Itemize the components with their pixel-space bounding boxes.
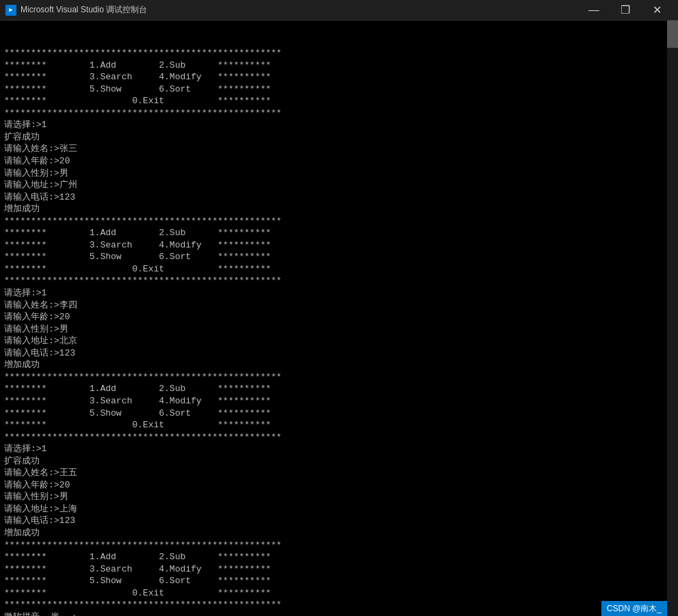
- console-line: 请输入电话:>123: [4, 515, 663, 527]
- console-line: 请输入地址:>广州: [4, 179, 663, 191]
- minimize-button[interactable]: —: [578, 0, 610, 21]
- console-line: 请输入年龄:>20: [4, 311, 663, 323]
- console-line: 请输入年龄:>20: [4, 479, 663, 492]
- console-line: 扩容成功: [4, 131, 663, 144]
- console-line: 请选择:>1: [4, 443, 663, 455]
- console-line: 请输入地址:>北京: [4, 335, 663, 347]
- status-bar: CSDN @南木_: [601, 601, 667, 616]
- restore-button[interactable]: ❐: [610, 0, 641, 21]
- console-line: ****************************************…: [4, 371, 663, 384]
- console-line: 请输入地址:>上海: [4, 503, 663, 515]
- console-content: ****************************************…: [4, 47, 663, 616]
- console-line: ******** 3.Search 4.Modify **********: [4, 71, 663, 83]
- console-line: ****************************************…: [4, 539, 663, 552]
- console-line: ****************************************…: [4, 275, 663, 287]
- console-line: 请输入年龄:>20: [4, 155, 663, 168]
- console-line: ******** 1.Add 2.Sub **********: [4, 551, 663, 563]
- console-line: 请输入姓名:>李四: [4, 299, 663, 312]
- console-line: ******** 0.Exit **********: [4, 419, 663, 431]
- console-line: ******** 3.Search 4.Modify **********: [4, 395, 663, 407]
- console-line: 增加成功: [4, 527, 663, 539]
- console-line: ******** 3.Search 4.Modify **********: [4, 563, 663, 576]
- console-line: 请输入性别:>男: [4, 323, 663, 336]
- console-line: ******** 3.Search 4.Modify **********: [4, 239, 663, 252]
- console-line: ****************************************…: [4, 599, 663, 611]
- title-bar-left: ▶ Microsoft Visual Studio 调试控制台: [5, 4, 147, 16]
- console-line: 请输入电话:>123: [4, 347, 663, 360]
- console-line: 请输入性别:>男: [4, 491, 663, 503]
- console-line: ******** 0.Exit **********: [4, 587, 663, 600]
- scrollbar[interactable]: [667, 21, 678, 616]
- console-line: ******** 5.Show 6.Sort **********: [4, 83, 663, 96]
- console-line: ******** 5.Show 6.Sort **********: [4, 407, 663, 420]
- console-line: 请输入姓名:>张三: [4, 143, 663, 155]
- console-line: ****************************************…: [4, 215, 663, 228]
- console-line: ******** 0.Exit **********: [4, 95, 663, 107]
- console-line: ******** 5.Show 6.Sort **********: [4, 575, 663, 587]
- console-line: 增加成功: [4, 359, 663, 371]
- console-line: ****************************************…: [4, 107, 663, 120]
- console-line: 微软拼音 半 ：: [4, 611, 663, 616]
- console-line: 请选择:>1: [4, 287, 663, 299]
- console-line: 请选择:>1: [4, 119, 663, 131]
- close-button[interactable]: ✕: [641, 0, 673, 21]
- console-line: ****************************************…: [4, 431, 663, 444]
- title-bar: ▶ Microsoft Visual Studio 调试控制台 — ❐ ✕: [0, 0, 678, 21]
- console-line: 请输入性别:>男: [4, 168, 663, 180]
- console-line: 请输入姓名:>王五: [4, 467, 663, 479]
- console-line: 扩容成功: [4, 455, 663, 468]
- console-line: ******** 1.Add 2.Sub **********: [4, 59, 663, 72]
- console-line: ****************************************…: [4, 47, 663, 59]
- console-line: ******** 1.Add 2.Sub **********: [4, 227, 663, 239]
- scrollbar-thumb[interactable]: [667, 21, 678, 48]
- window-controls: — ❐ ✕: [578, 0, 673, 21]
- console-area: ****************************************…: [0, 21, 678, 616]
- console-line: 增加成功: [4, 203, 663, 215]
- console-line: ******** 1.Add 2.Sub **********: [4, 383, 663, 395]
- window-title: Microsoft Visual Studio 调试控制台: [21, 4, 147, 16]
- app-icon: ▶: [5, 5, 16, 16]
- console-line: 请输入电话:>123: [4, 191, 663, 204]
- console-line: ******** 5.Show 6.Sort **********: [4, 251, 663, 263]
- console-line: ******** 0.Exit **********: [4, 263, 663, 276]
